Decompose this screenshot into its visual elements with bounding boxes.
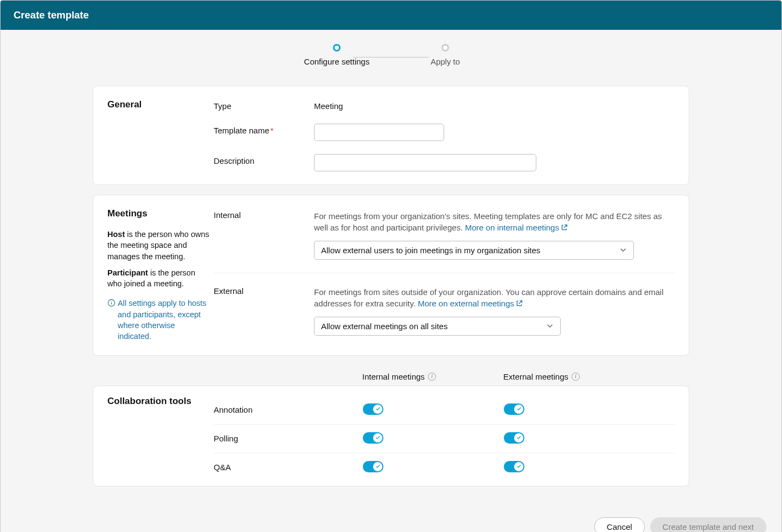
info-icon[interactable] [572, 373, 580, 381]
description-input[interactable] [314, 154, 536, 171]
settings-scope-note: All settings apply to hosts and particip… [107, 298, 210, 342]
step-label: Configure settings [304, 57, 370, 66]
internal-label: Internal [214, 208, 314, 220]
type-value: Meeting [314, 99, 675, 111]
check-icon [516, 406, 522, 412]
participant-hint: Participant is the person who joined a m… [107, 267, 210, 290]
create-template-next-button[interactable]: Create template and next [650, 517, 766, 532]
meetings-title: Meetings [107, 208, 210, 219]
chevron-down-icon [619, 246, 627, 255]
footer-actions: Cancel Create template and next [1, 508, 781, 532]
internal-meetings-link[interactable]: More on internal meetings [465, 223, 567, 232]
step-label: Apply to [431, 57, 460, 66]
check-icon [375, 435, 381, 440]
collaboration-tools-card: Collaboration tools Annotation Polling Q… [93, 386, 689, 486]
template-name-input[interactable] [314, 124, 444, 141]
annotation-internal-toggle[interactable] [363, 403, 383, 415]
divider [214, 273, 675, 273]
polling-internal-toggle[interactable] [363, 432, 383, 444]
chevron-down-icon [546, 322, 554, 331]
external-desc: For meetings from sites outside of your … [314, 286, 675, 309]
check-icon [516, 464, 522, 469]
check-icon [375, 464, 381, 469]
step-apply-to[interactable]: Apply to [399, 44, 491, 66]
internal-meetings-header: Internal meetings [362, 372, 503, 381]
qa-internal-toggle[interactable] [363, 461, 383, 472]
check-icon [516, 435, 522, 440]
qa-external-toggle[interactable] [504, 461, 524, 472]
external-meetings-header: External meetings [503, 372, 675, 381]
external-meetings-link[interactable]: More on external meetings [418, 299, 523, 308]
wizard-stepper: Configure settings Apply to [1, 30, 781, 72]
external-select-value: Allow external meetings on all sites [321, 322, 447, 331]
external-label: External [214, 284, 314, 296]
page-title: Create template [14, 9, 89, 21]
tool-row-annotation: Annotation [214, 396, 675, 424]
step-configure-settings[interactable]: Configure settings [291, 44, 383, 66]
check-icon [375, 406, 381, 412]
collab-column-headers: Internal meetings External meetings [93, 372, 689, 381]
template-name-label: Template name* [214, 124, 314, 135]
tool-label: Annotation [214, 405, 363, 414]
internal-select-value: Allow external users to join meetings in… [321, 246, 540, 255]
host-hint: Host is the person who owns the meeting … [107, 229, 210, 262]
internal-select[interactable]: Allow external users to join meetings in… [314, 241, 634, 260]
tool-row-polling: Polling [214, 424, 675, 453]
svg-point-2 [111, 302, 112, 302]
polling-external-toggle[interactable] [504, 432, 524, 444]
tool-label: Q&A [214, 463, 363, 472]
annotation-external-toggle[interactable] [504, 403, 524, 415]
collab-title: Collaboration tools [107, 396, 210, 407]
external-select[interactable]: Allow external meetings on all sites [314, 317, 561, 336]
general-title: General [107, 99, 210, 110]
internal-desc: For meetings from your organization's si… [314, 210, 675, 233]
page-header: Create template [1, 1, 781, 30]
tool-row-qa: Q&A [214, 453, 675, 482]
external-link-icon [516, 300, 523, 307]
step-dot-icon [333, 44, 341, 52]
tool-label: Polling [214, 434, 363, 443]
step-dot-icon [441, 44, 449, 52]
external-link-icon [561, 224, 568, 231]
meetings-card: Meetings Host is the person who owns the… [93, 195, 689, 356]
description-label: Description [214, 154, 314, 165]
stepper-line [353, 57, 429, 57]
cancel-button[interactable]: Cancel [594, 517, 645, 532]
info-icon[interactable] [428, 373, 436, 381]
info-icon [107, 299, 116, 307]
type-label: Type [214, 99, 314, 111]
general-card: General Type Meeting Template name* Desc… [93, 86, 689, 185]
